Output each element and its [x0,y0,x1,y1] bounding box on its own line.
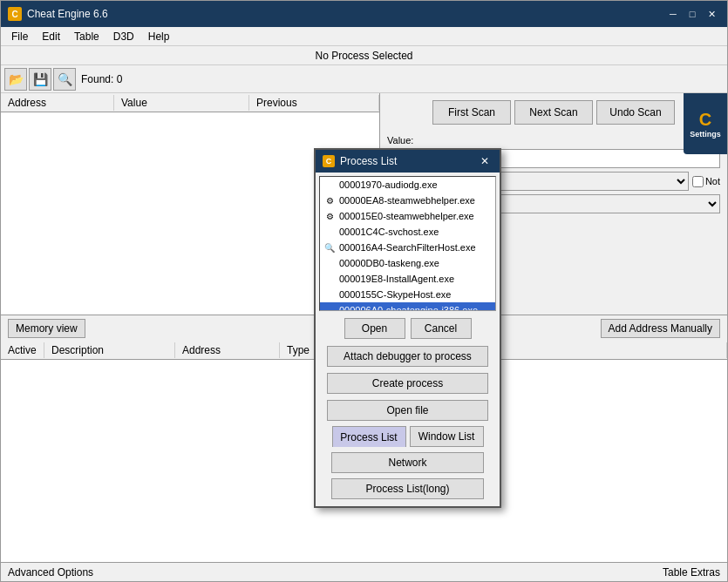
dialog-title-bar: C Process List ✕ [316,150,500,173]
process-entry: 00001970-audiodg.exe [339,179,438,190]
menu-help[interactable]: Help [141,29,177,44]
list-item[interactable]: 0000155C-SkypeHost.exe [320,287,495,302]
menu-bar: File Edit Table D3D Help [1,27,727,46]
process-icon: ⚙ [323,194,336,206]
status-bar: Advanced Options Table Extras [1,562,727,581]
process-entry: 000006A0-cheatengine-i386.exe [339,305,478,311]
search-button[interactable]: 🔍 [53,68,76,91]
settings-label: Settings [690,130,721,139]
app-icon: C [8,7,22,21]
toolbar: 📂 💾 🔍 Found: 0 [1,65,727,93]
column-headers: Address Value Previous [1,93,379,112]
process-bar: No Process Selected [1,46,727,65]
dialog-tab-row: Process List Window List [316,424,500,449]
process-icon [323,257,336,269]
process-entry: 000015E0-steamwebhelper.exe [339,211,474,221]
process-entry: 00001C4C-svchost.exe [339,227,439,237]
attach-debugger-button[interactable]: Attach debugger to process [327,346,488,367]
process-entry: 000019E8-InstallAgent.exe [339,274,454,284]
window-title: Cheat Engine 6.6 [27,8,108,20]
process-list-dialog: C Process List ✕ 00001970-audiodg.exe ⚙ … [314,148,501,508]
process-entry: 00000EA8-steamwebhelper.exe [339,195,475,206]
dialog-actions: Attach debugger to process Create proces… [316,342,500,424]
dialog-close-button[interactable]: ✕ [477,153,493,169]
menu-d3d[interactable]: D3D [106,29,141,44]
title-bar-controls: ─ □ ✕ [664,5,720,23]
scan-buttons: First Scan Next Scan Undo Scan [384,97,724,128]
main-window: C Cheat Engine 6.6 ─ □ ✕ File Edit Table… [0,0,728,582]
list-item[interactable]: 🔍 000016A4-SearchFilterHost.exe [320,240,495,255]
menu-table[interactable]: Table [67,29,106,44]
process-entry: 000016A4-SearchFilterHost.exe [339,242,476,253]
process-icon [323,304,336,311]
undo-scan-button[interactable]: Undo Scan [596,100,675,125]
process-icon [323,226,336,238]
process-icon: ⚙ [323,210,336,222]
list-item-selected[interactable]: 000006A0-cheatengine-i386.exe [320,302,495,311]
open-file-button[interactable]: Open file [327,400,488,421]
process-icon [323,273,336,285]
maximize-button[interactable]: □ [684,5,701,23]
description-header: Description [44,342,175,358]
list-item[interactable]: 00001C4C-svchost.exe [320,224,495,240]
memory-view-button[interactable]: Memory view [8,319,85,338]
dialog-open-cancel-row: Open Cancel [316,315,500,342]
process-icon [323,288,336,301]
found-label: Found: 0 [78,73,122,85]
dialog-title-left: C Process List [323,155,397,167]
title-bar: C Cheat Engine 6.6 ─ □ ✕ [1,1,727,27]
not-checkbox-row: Not [692,176,720,187]
window-list-tab[interactable]: Window List [410,426,484,447]
next-scan-button[interactable]: Next Scan [514,100,593,125]
address-lower-header: Address [175,342,280,358]
process-selected-label: No Process Selected [315,50,412,62]
cancel-button[interactable]: Cancel [411,318,472,339]
settings-logo[interactable]: C Settings [684,93,727,154]
value-header: Value [114,95,249,111]
first-scan-button[interactable]: First Scan [432,100,511,125]
close-button[interactable]: ✕ [703,5,720,23]
list-item[interactable]: ⚙ 000015E0-steamwebhelper.exe [320,208,495,224]
not-label: Not [705,176,720,186]
not-checkbox[interactable] [692,176,704,187]
minimize-button[interactable]: ─ [664,5,682,23]
address-header: Address [1,95,114,111]
create-process-button[interactable]: Create process [327,373,488,394]
dialog-title: Process List [340,155,397,167]
list-item[interactable]: 00000DB0-taskeng.exe [320,255,495,271]
active-header: Active [1,342,44,358]
process-icon: 🔍 [323,241,336,254]
previous-header: Previous [249,95,379,111]
list-item[interactable]: 000019E8-InstallAgent.exe [320,271,495,287]
add-address-button[interactable]: Add Address Manually [601,319,720,338]
menu-edit[interactable]: Edit [35,29,67,44]
logo-icon: C [699,110,711,130]
status-left: Advanced Options [8,566,93,579]
title-bar-left: C Cheat Engine 6.6 [8,7,108,21]
process-icon [323,179,336,191]
process-entry: 00000DB0-taskeng.exe [339,258,439,268]
process-list[interactable]: 00001970-audiodg.exe ⚙ 00000EA8-steamweb… [319,176,496,311]
process-list-long-button[interactable]: Process List(long) [331,478,484,499]
list-item[interactable]: 00001970-audiodg.exe [320,177,495,193]
dialog-icon: C [323,155,335,167]
open-button[interactable]: 📂 [4,68,27,91]
save-button[interactable]: 💾 [29,68,51,91]
network-button[interactable]: Network [331,452,484,473]
status-right: Table Extras [663,566,720,579]
open-process-button[interactable]: Open [344,318,405,339]
process-entry: 0000155C-SkypeHost.exe [339,289,451,300]
menu-file[interactable]: File [4,29,35,44]
list-item[interactable]: ⚙ 00000EA8-steamwebhelper.exe [320,193,495,208]
value-label: Value: [387,135,720,146]
process-list-tab[interactable]: Process List [332,426,406,447]
